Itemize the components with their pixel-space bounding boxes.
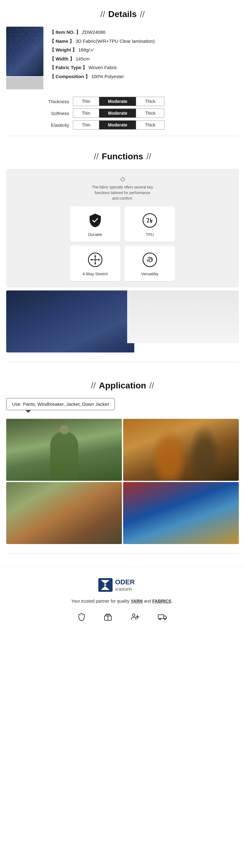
width-value: 145cm	[76, 56, 90, 61]
app-photo-4	[123, 482, 239, 544]
width-label: 【 Width 】	[50, 56, 74, 61]
shield-icon	[78, 613, 85, 623]
functions-grid: Durable TPU 4-Way Stretch Versatility	[70, 206, 175, 281]
diamond-icon: ◇	[12, 175, 233, 183]
rating-buttons-2: ThinModerateThick	[73, 120, 164, 130]
svg-rect-19	[158, 615, 164, 618]
function-label-3: Versatility	[127, 272, 172, 276]
composition-row: 【 Composition 】 100% Polyester	[50, 72, 239, 81]
name-label: 【 Name 】	[50, 38, 74, 44]
person-silhouette-1	[50, 431, 78, 478]
slash-right: //	[140, 9, 145, 19]
fabric-image-bottom	[6, 77, 43, 89]
composition-label: 【 Composition 】	[50, 74, 90, 79]
rating-btn-thickness-thick[interactable]: Thick	[136, 97, 164, 106]
svg-marker-6	[90, 259, 92, 261]
use-badge: Use: Pants, Windbreaker, Jacket, Down Ja…	[6, 398, 115, 410]
svg-point-21	[164, 618, 166, 620]
details-info: 【 Item NO. 】 ZDW24086 【 Name 】 3D Fabric…	[50, 27, 239, 89]
details-title: // Details //	[6, 9, 239, 19]
functions-intro-text: The fabric typically offers several key …	[91, 184, 154, 201]
rating-btn-thickness-thin[interactable]: Thin	[73, 97, 99, 106]
app-photo-3	[6, 482, 122, 544]
fabric-image	[6, 27, 43, 76]
weight-value: 168g/㎡	[78, 47, 95, 52]
svg-point-16	[132, 614, 135, 616]
svg-point-8	[143, 253, 157, 267]
svg-marker-7	[98, 259, 100, 261]
svg-marker-5	[94, 263, 96, 265]
rating-buttons-0: ThinModerateThick	[73, 97, 164, 106]
name-row: 【 Name 】 3D Fabric(W/R+TPU Clear laminat…	[50, 37, 239, 46]
rating-btn-elasticity-thin[interactable]: Thin	[73, 121, 99, 129]
slash-left: //	[100, 9, 105, 19]
svg-text:ODER: ODER	[115, 578, 135, 586]
rating-btn-elasticity-moderate[interactable]: Moderate	[99, 121, 136, 129]
svg-text:佐德新材料: 佐德新材料	[115, 587, 132, 591]
rating-row-2: ElasticityThinModerateThick	[45, 120, 200, 130]
function-label-0: Durable	[73, 232, 118, 237]
rating-btn-softness-thick[interactable]: Thick	[136, 109, 164, 118]
fabric-type-row: 【 Fabric Type 】 Woven Fabric	[50, 63, 239, 72]
function-card-4-way-stretch: 4-Way Stretch	[70, 246, 121, 281]
details-section: // Details // 【 Item NO. 】 ZDW24086 【 Na…	[0, 0, 245, 145]
item-no-row: 【 Item NO. 】 ZDW24086	[50, 28, 239, 37]
fn-slash-left: //	[94, 152, 99, 161]
fabrics-text: FABRICS	[152, 599, 171, 603]
application-title: // Application //	[6, 381, 239, 391]
application-section: // Application // Use: Pants, Windbreake…	[0, 374, 245, 566]
rating-row-0: ThicknessThinModerateThick	[45, 97, 200, 106]
rating-label-1: Softness	[45, 111, 73, 116]
rating-btn-softness-thin[interactable]: Thin	[73, 109, 99, 118]
rating-btn-thickness-moderate[interactable]: Moderate	[99, 97, 136, 106]
logo-area: ODER 佐德新材料	[6, 576, 239, 595]
function-label-1: TPU	[127, 232, 172, 237]
knot-circle-icon	[141, 250, 159, 269]
truck-icon	[158, 613, 167, 623]
svg-point-20	[159, 618, 161, 620]
app-slash-left: //	[91, 381, 96, 391]
rating-label-0: Thickness	[45, 99, 73, 104]
functions-bg: ◇ The fabric typically offers several ke…	[6, 169, 239, 287]
rating-row-1: SoftnessThinModerateThick	[45, 108, 200, 118]
composition-value: 100% Polyester	[91, 74, 124, 79]
fabric-photo-area	[6, 290, 239, 352]
app-photo-1	[6, 419, 122, 481]
details-content: 【 Item NO. 】 ZDW24086 【 Name 】 3D Fabric…	[6, 27, 239, 89]
rating-btn-elasticity-thick[interactable]: Thick	[136, 121, 164, 129]
footer-tagline: Your trusted partner for quality YARN an…	[6, 599, 239, 603]
app-slash-right: //	[149, 381, 154, 391]
four-arrows-icon	[86, 250, 104, 269]
rating-btn-softness-moderate[interactable]: Moderate	[99, 109, 136, 118]
weight-row: 【 Weight 】 168g/㎡	[50, 45, 239, 55]
function-card-durable: Durable	[70, 206, 121, 242]
fabric-type-value: Woven Fabric	[89, 65, 117, 70]
rating-table: ThicknessThinModerateThickSoftnessThinMo…	[45, 97, 200, 130]
fn-slash-right: //	[146, 152, 151, 161]
width-row: 【 Width 】 145cm	[50, 55, 239, 64]
function-label-2: 4-Way Stretch	[73, 272, 118, 276]
weight-label: 【 Weight 】	[50, 47, 77, 52]
rating-buttons-1: ThinModerateThick	[73, 108, 164, 118]
gift-icon	[104, 613, 112, 623]
item-no-value: ZDW24086	[82, 29, 105, 35]
app-photos-grid	[6, 419, 239, 544]
functions-intro: ◇ The fabric typically offers several ke…	[12, 175, 233, 201]
fabric-type-label: 【 Fabric Type 】	[50, 65, 87, 70]
yarn-text: YARN	[130, 599, 142, 603]
footer-icons	[6, 610, 239, 626]
head-1	[60, 425, 69, 434]
person-add-icon	[130, 613, 139, 623]
shield-check-icon	[86, 211, 104, 230]
item-no-label: 【 Item NO. 】	[50, 29, 81, 35]
use-badge-wrapper: Use: Pants, Windbreaker, Jacket, Down Ja…	[6, 398, 239, 414]
fabric-light-panel	[127, 290, 239, 343]
fabric-dark-panel	[6, 290, 134, 352]
functions-section: // Functions // ◇ The fabric typically o…	[0, 145, 245, 374]
svg-marker-4	[94, 255, 96, 257]
footer-section: ODER 佐德新材料 Your trusted partner for qual…	[0, 566, 245, 633]
function-card-versatility: Versatility	[124, 246, 175, 281]
zoder-logo: ODER 佐德新材料	[98, 576, 147, 594]
tpu-circle-icon	[141, 211, 159, 230]
svg-point-0	[143, 214, 157, 227]
